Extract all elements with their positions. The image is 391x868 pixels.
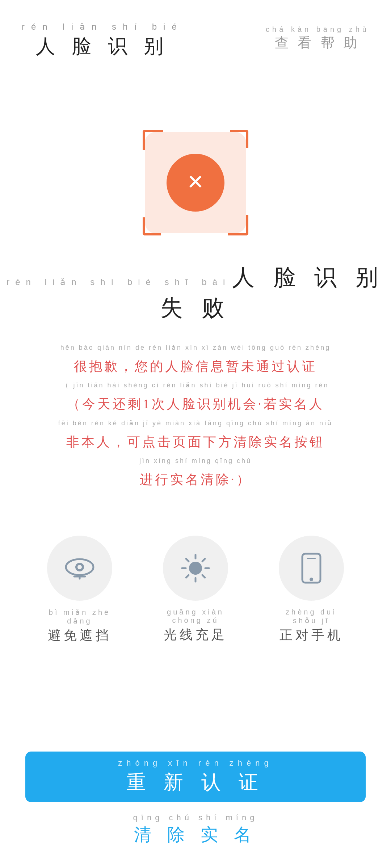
desc-text-1: 很抱歉，您的人脸信息暂未通过认证 xyxy=(29,354,362,379)
fail-title-pinyin: rén liǎn shí bié shī bài xyxy=(7,277,231,287)
desc-text-3: 非本人，可点击页面下方清除实名按钮 xyxy=(29,430,362,454)
sun-icon xyxy=(179,552,212,584)
phone-icon xyxy=(299,552,324,584)
tip-text-1: 避免遮挡 xyxy=(48,627,112,644)
tip-text-2: 光线充足 xyxy=(164,626,227,644)
description-block: hěn bào qiàn nín de rén liǎn xìn xī zàn … xyxy=(29,341,362,492)
bottom-section: zhòng xīn rèn zhèng 重 新 认 证 qīng chú shí… xyxy=(0,752,391,868)
clear-text: 清 除 实 名 xyxy=(134,823,257,846)
tip-light: guāng xiàn chōng zú 光线充足 xyxy=(156,536,235,644)
svg-point-5 xyxy=(189,562,202,575)
tip-text-3: 正对手机 xyxy=(279,626,343,644)
tip-pinyin-3: zhèng duì shǒu jī xyxy=(272,608,351,625)
desc-pinyin-2: （ jīn tiān hái shèng cì rén liǎn shí bié… xyxy=(29,379,362,392)
svg-line-10 xyxy=(186,559,189,561)
tip-circle-2 xyxy=(163,536,228,601)
tip-circle-3 xyxy=(279,536,344,601)
svg-line-13 xyxy=(186,575,189,578)
clear-pinyin: qīng chú shí míng xyxy=(133,813,258,822)
tip-pinyin-2: guāng xiàn chōng zú xyxy=(156,608,235,625)
svg-line-11 xyxy=(202,575,205,578)
svg-point-16 xyxy=(310,578,313,581)
desc-pinyin-3: fēi běn rén kě diǎn jī yè miàn xià fāng … xyxy=(29,417,362,430)
fail-title-block: rén liǎn shí bié shī bài 人 脸 识 别 失 败 xyxy=(0,262,391,323)
help-block[interactable]: chá kàn bāng zhù 查 看 帮 助 xyxy=(266,25,369,52)
reauth-text: 重 新 认 证 xyxy=(126,769,265,796)
page-title-block: rén liǎn shí bié 人 脸 识 别 xyxy=(22,22,183,60)
page-title: 人 脸 识 别 xyxy=(36,33,169,60)
scan-area: × xyxy=(0,132,391,233)
tip-phone: zhèng duì shǒu jī 正对手机 xyxy=(272,536,351,644)
tip-pinyin-1: bì miǎn zhē dǎng xyxy=(40,608,119,625)
desc-text-2: （今天还剩1次人脸识别机会·若实名人 xyxy=(29,392,362,416)
reauth-button[interactable]: zhòng xīn rèn zhèng 重 新 认 证 xyxy=(25,752,366,802)
tip-circle-1 xyxy=(47,536,112,601)
corner-tr xyxy=(230,130,248,148)
desc-pinyin-1: hěn bào qiàn nín de rén liǎn xìn xī zàn … xyxy=(29,341,362,354)
corner-bl xyxy=(143,217,161,235)
svg-line-12 xyxy=(202,559,205,561)
scan-box: × xyxy=(145,132,246,233)
reauth-pinyin: zhòng xīn rèn zhèng xyxy=(118,758,273,768)
tips-section: bì miǎn zhē dǎng 避免遮挡 guāng xiàn chōng z… xyxy=(22,536,369,644)
desc-pinyin-4: jìn xíng shí míng qīng chú xyxy=(29,454,362,467)
bottom-spacer xyxy=(0,644,391,760)
tip-no-block: bì miǎn zhē dǎng 避免遮挡 xyxy=(40,536,119,644)
svg-point-2 xyxy=(77,565,82,569)
fail-title-text: 人 脸 识 别 失 败 xyxy=(160,265,384,320)
desc-text-4: 进行实名清除·） xyxy=(29,467,362,492)
help-pinyin: chá kàn bāng zhù xyxy=(266,25,369,34)
help-text: 查 看 帮 助 xyxy=(275,34,361,52)
clear-button[interactable]: qīng chú shí míng 清 除 实 名 xyxy=(25,813,366,846)
title-pinyin: rén liǎn shí bié xyxy=(22,22,183,32)
header: rén liǎn shí bié 人 脸 识 别 chá kàn bāng zh… xyxy=(0,0,391,60)
eye-icon xyxy=(63,556,96,581)
